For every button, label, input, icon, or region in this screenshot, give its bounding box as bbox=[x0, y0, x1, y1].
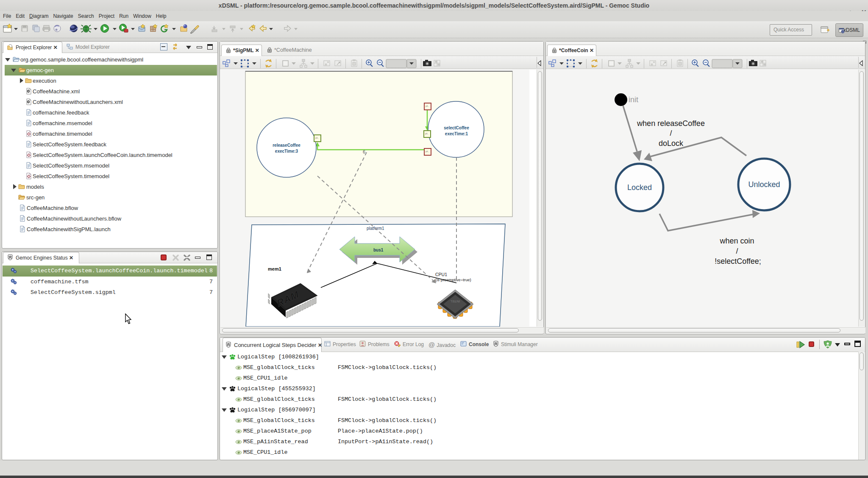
svg-text:INTEL: INTEL bbox=[450, 299, 460, 303]
svg-text:/: / bbox=[670, 129, 672, 137]
svg-text:!selectCoffee;: !selectCoffee; bbox=[715, 257, 761, 266]
svg-text:pA..: pA.. bbox=[426, 151, 429, 153]
svg-text:mem1: mem1 bbox=[268, 266, 281, 271]
svg-text:releaseCoffee: releaseCoffee bbox=[273, 143, 300, 148]
svg-text:Locked: Locked bbox=[627, 183, 652, 192]
svg-text:init: init bbox=[629, 95, 638, 104]
svg-text:CPU1: CPU1 bbox=[435, 272, 447, 277]
svg-text:(is preemptive=true): (is preemptive=true) bbox=[435, 277, 471, 282]
svg-text:execTime:3: execTime:3 bbox=[275, 149, 298, 154]
svg-text:/: / bbox=[736, 247, 738, 255]
svg-text:execTime:1: execTime:1 bbox=[445, 131, 468, 136]
svg-text:6: 6 bbox=[363, 149, 365, 154]
svg-text:Unlocked: Unlocked bbox=[748, 180, 780, 189]
svg-text:bus1: bus1 bbox=[373, 248, 384, 252]
svg-text:doLock: doLock bbox=[659, 139, 684, 148]
svg-text:pA..: pA.. bbox=[315, 137, 319, 139]
svg-text:selectCoffee: selectCoffee bbox=[444, 126, 469, 130]
svg-text:when releaseCoffee: when releaseCoffee bbox=[637, 119, 705, 128]
svg-text:when coin: when coin bbox=[719, 237, 754, 245]
svg-text:pA..: pA.. bbox=[425, 133, 428, 135]
svg-text:pA..: pA.. bbox=[426, 105, 429, 107]
